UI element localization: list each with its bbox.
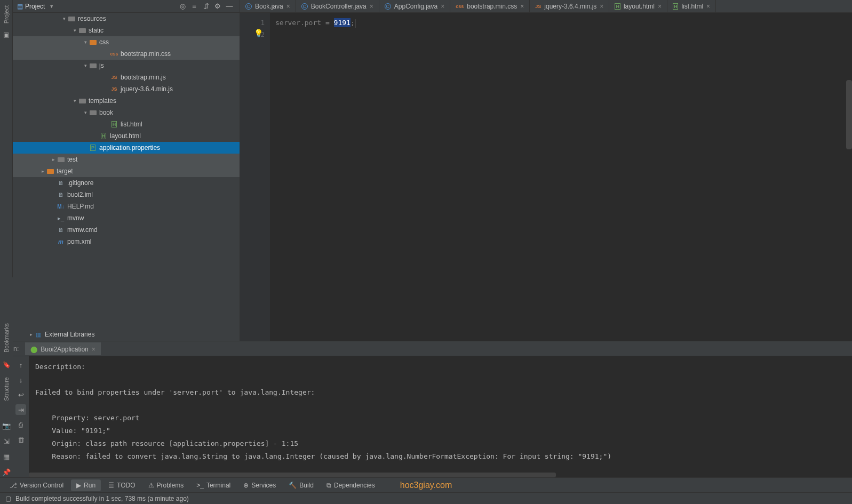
pin-icon[interactable]: 📌: [1, 467, 12, 477]
console-output[interactable]: Description: Failed to bind properties u…: [29, 356, 852, 477]
tree-item-label: resources: [78, 15, 106, 22]
tree-item[interactable]: ▸target: [13, 165, 240, 177]
tab-label: AppConfig.java: [394, 3, 437, 10]
project-tree[interactable]: ▾resources▾static▾csscssbootstrap.min.cs…: [13, 13, 240, 328]
scroll-end-icon[interactable]: ⇥: [15, 404, 26, 415]
bottom-tab-terminal[interactable]: >_Terminal: [191, 479, 236, 491]
run-panel: Run: ⬤ Buoi2Application × ▶ 🔧 ■ ⎋ 📷 ⇲ ▦ …: [0, 341, 852, 477]
bottom-tool-bar: ⎇Version Control▶Run☰TODO⚠Problems>_Term…: [0, 477, 852, 492]
tree-item[interactable]: cssbootstrap.min.css: [13, 48, 240, 60]
tree-item[interactable]: Hlayout.html: [13, 130, 240, 142]
project-tool-button[interactable]: Project: [3, 3, 10, 26]
tab-label: layout.html: [624, 3, 655, 10]
tree-item[interactable]: ▸test: [13, 154, 240, 165]
trash-icon[interactable]: 🗑: [15, 434, 26, 445]
console-horizontal-scrollbar[interactable]: [29, 473, 556, 477]
chevron-icon[interactable]: ▸: [39, 169, 46, 174]
expand-icon[interactable]: ≡: [188, 1, 200, 12]
js-file-icon: JS: [110, 73, 118, 82]
run-config-tab[interactable]: ⬤ Buoi2Application ×: [25, 342, 100, 355]
vcs-icon: ⎇: [10, 482, 17, 489]
layout-icon[interactable]: ▦: [1, 452, 12, 462]
chevron-icon[interactable]: ▾: [61, 16, 67, 21]
editor-tab[interactable]: Hlayout.html×: [609, 0, 667, 12]
tree-item[interactable]: ▾css: [13, 36, 240, 48]
collapse-icon[interactable]: ⇵: [200, 1, 212, 12]
bottom-tab-version-control[interactable]: ⎇Version Control: [4, 479, 69, 491]
code-body[interactable]: 💡 server.port = 9191;: [270, 13, 852, 341]
tree-item[interactable]: 🗎mvnw.cmd: [13, 224, 240, 236]
tree-item[interactable]: ▾book: [13, 107, 240, 118]
tree-item-label: jquery-3.6.4.min.js: [121, 85, 173, 93]
bottom-tab-build[interactable]: 🔨Build: [283, 479, 319, 491]
tree-item[interactable]: Hlist.html: [13, 118, 240, 130]
tree-item-label: bootstrap.min.css: [121, 50, 171, 58]
up-icon[interactable]: ↑: [15, 359, 26, 370]
tree-item-label: application.properties: [99, 144, 160, 151]
tree-item[interactable]: 🗎.gitignore: [13, 177, 240, 189]
close-icon[interactable]: ×: [286, 3, 290, 10]
target-icon[interactable]: ◎: [177, 1, 188, 12]
tree-item[interactable]: JSjquery-3.6.4.min.js: [13, 83, 240, 95]
chevron-down-icon[interactable]: ▼: [49, 4, 54, 9]
tree-item[interactable]: ▾templates: [13, 95, 240, 107]
editor-tab[interactable]: Hlist.html×: [667, 0, 716, 12]
project-title[interactable]: Project: [25, 3, 45, 10]
folder-gray-icon: [89, 108, 97, 117]
status-icon: ▢: [5, 495, 11, 502]
close-icon[interactable]: ×: [658, 3, 662, 10]
wrap-icon[interactable]: ↩: [15, 389, 26, 400]
bookmarks-tool-button[interactable]: Bookmarks: [3, 320, 10, 356]
tree-item[interactable]: ▾static: [13, 25, 240, 36]
bottom-tab-run[interactable]: ▶Run: [71, 479, 101, 491]
editor-tab[interactable]: CAppConfig.java×: [379, 0, 450, 12]
editor-tab[interactable]: CBook.java×: [240, 0, 296, 12]
gear-icon[interactable]: ⚙: [212, 1, 224, 12]
close-icon[interactable]: ×: [520, 3, 524, 10]
minimize-icon[interactable]: —: [224, 1, 235, 12]
tree-item[interactable]: mpom.xml: [13, 236, 240, 247]
tree-item[interactable]: JSbootstrap.min.js: [13, 71, 240, 83]
tree-item[interactable]: ▾js: [13, 60, 240, 71]
print-icon[interactable]: ⎙: [15, 419, 26, 430]
tab-label: bootstrap.min.css: [467, 3, 517, 10]
tree-item[interactable]: 🗎buoi2.iml: [13, 189, 240, 201]
intention-bulb-icon[interactable]: 💡: [254, 29, 263, 37]
close-icon[interactable]: ×: [600, 3, 603, 10]
down-icon[interactable]: ↓: [15, 374, 26, 385]
close-icon[interactable]: ×: [441, 3, 444, 10]
chevron-icon[interactable]: ▾: [82, 110, 89, 115]
tree-item[interactable]: Papplication.properties: [13, 142, 240, 154]
chevron-icon[interactable]: ▾: [71, 98, 78, 103]
structure-tool-button[interactable]: Structure: [3, 374, 10, 404]
editor-tab[interactable]: cssbootstrap.min.css×: [450, 0, 530, 12]
folder-gray-icon: [78, 97, 86, 105]
close-icon[interactable]: ×: [92, 346, 95, 353]
tree-item[interactable]: M↓HELP.md: [13, 201, 240, 212]
project-folder-icon: ▣: [3, 31, 9, 38]
close-icon[interactable]: ×: [370, 3, 373, 10]
close-icon[interactable]: ×: [706, 3, 710, 10]
m-file-icon: m: [57, 237, 65, 246]
chevron-icon[interactable]: ▸: [50, 157, 57, 162]
editor-tab[interactable]: CBookController.java×: [296, 0, 379, 12]
tree-item[interactable]: ▸_mvnw: [13, 212, 240, 224]
code-line-1[interactable]: server.port = 9191;: [275, 17, 852, 29]
chevron-icon[interactable]: ▾: [82, 63, 89, 68]
external-libraries[interactable]: ▸ ▥ External Libraries: [13, 328, 240, 341]
camera-icon[interactable]: 📷: [1, 421, 12, 431]
bottom-tab-todo[interactable]: ☰TODO: [103, 479, 140, 491]
folder-orange-icon: [89, 38, 97, 46]
code-area[interactable]: 1 2 💡 server.port = 9191;: [240, 13, 852, 341]
bottom-tab-services[interactable]: ⊕Services: [238, 479, 281, 491]
tree-item[interactable]: ▾resources: [13, 13, 240, 25]
chevron-icon[interactable]: ▾: [82, 39, 89, 45]
bottom-tab-problems[interactable]: ⚠Problems: [143, 479, 189, 491]
run-side-toolbar-2: ↑ ↓ ↩ ⇥ ⎙ 🗑: [13, 356, 29, 477]
folder-orange-icon: [46, 167, 54, 175]
chevron-icon[interactable]: ▾: [71, 28, 78, 33]
bottom-tab-label: Services: [251, 482, 276, 489]
editor-tab[interactable]: JSjquery-3.6.4.min.js×: [530, 0, 609, 12]
export-icon[interactable]: ⇲: [1, 436, 12, 446]
bottom-tab-dependencies[interactable]: ⧉Dependencies: [321, 479, 380, 491]
